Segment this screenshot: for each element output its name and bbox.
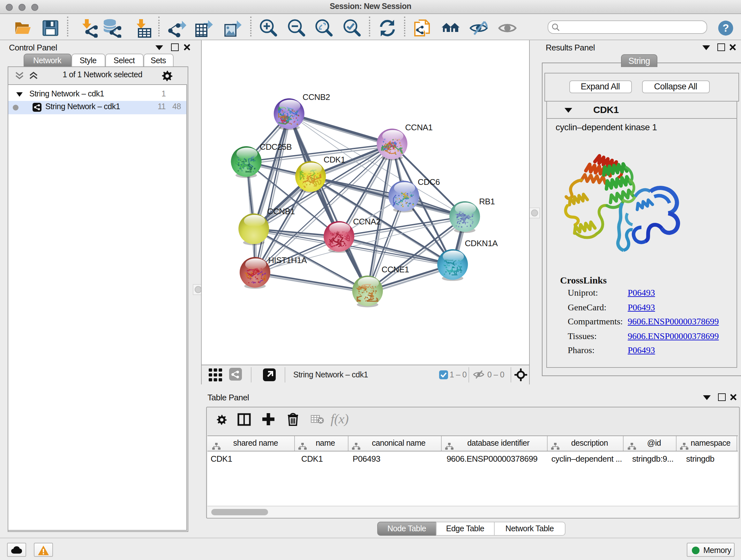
svg-text:RB1: RB1: [479, 197, 494, 206]
svg-text:?: ?: [723, 22, 729, 34]
svg-text:HIST1H1A: HIST1H1A: [268, 255, 307, 265]
svg-text:CDKN1A: CDKN1A: [464, 239, 497, 248]
svg-text:CDC25B: CDC25B: [259, 142, 291, 152]
svg-text:CCNB2: CCNB2: [302, 92, 330, 102]
svg-text:CCNE1: CCNE1: [381, 265, 409, 274]
svg-text:CDK1: CDK1: [323, 155, 345, 165]
svg-text:CDC6: CDC6: [417, 177, 440, 187]
svg-text:CCNA1: CCNA1: [405, 123, 432, 132]
svg-text:CCNB1: CCNB1: [267, 206, 294, 216]
svg-text:CCNA2: CCNA2: [353, 217, 380, 226]
